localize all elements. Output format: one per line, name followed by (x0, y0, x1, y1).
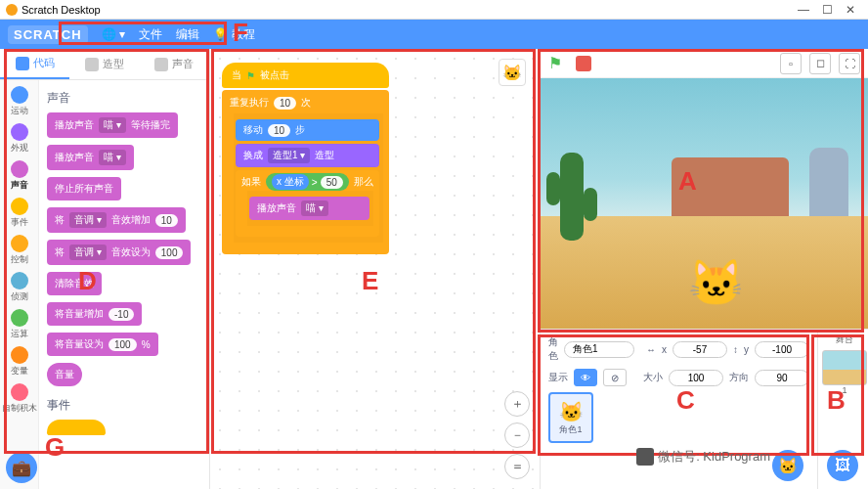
category-声音[interactable]: 声音 (11, 160, 28, 192)
sounds-icon (154, 58, 168, 71)
edit-menu[interactable]: 编辑 (176, 26, 199, 43)
zoom-controls: ＋ － ＝ (504, 391, 530, 479)
category-dot (11, 123, 28, 141)
block-clear-sound-effects[interactable]: 清除音效 (47, 272, 102, 295)
globe-icon: 🌐 ▾ (102, 27, 125, 41)
block-play-sound-until-done[interactable]: 播放声音喵 ▾等待播完 (47, 112, 178, 138)
window-title: Scratch Desktop (22, 4, 101, 16)
category-dot (11, 86, 28, 104)
sprite-name-input[interactable] (564, 341, 634, 358)
category-控制[interactable]: 控制 (11, 235, 28, 266)
close-button[interactable]: ✕ (839, 3, 862, 17)
block-event-hat[interactable] (47, 420, 106, 435)
stop-button[interactable] (576, 56, 591, 71)
costumes-icon (85, 58, 99, 71)
block-if[interactable]: 如果x 坐标>50那么 播放声音喵 ▾ (236, 170, 379, 237)
block-palette: 声音 播放声音喵 ▾等待播完 播放声音喵 ▾ 停止所有声音 将音调 ▾音效增加1… (39, 80, 209, 489)
stage-header: ⚑ ▫ ◻ ⛶ (541, 49, 868, 78)
category-变量[interactable]: 变量 (11, 346, 28, 378)
fullscreen-button[interactable]: ⛶ (839, 53, 860, 74)
green-flag-button[interactable]: ⚑ (548, 54, 568, 73)
tutorials-menu[interactable]: 💡 教程 (213, 26, 255, 43)
add-backdrop-button[interactable]: 🖼 (827, 450, 858, 481)
tab-code[interactable]: 代码 (0, 49, 69, 79)
code-icon (16, 57, 29, 70)
script-stack[interactable]: 当⚑被点击 重复执行10次 移动10步 换成造型1 ▾造型 如果x 坐标>50那… (222, 63, 389, 254)
script-workspace[interactable]: 🐱 当⚑被点击 重复执行10次 移动10步 换成造型1 ▾造型 如果x 坐标>5… (210, 49, 540, 489)
block-set-volume[interactable]: 将音量设为100% (47, 333, 158, 356)
category-运动[interactable]: 运动 (11, 86, 28, 117)
bool-gt[interactable]: x 坐标>50 (266, 173, 349, 191)
workspace-sprite-thumb: 🐱 (499, 59, 526, 86)
category-dot (11, 346, 28, 364)
zoom-in-button[interactable]: ＋ (504, 391, 530, 417)
block-play-sound[interactable]: 播放声音喵 ▾ (47, 145, 134, 170)
category-侦测[interactable]: 侦测 (11, 272, 28, 303)
backdrop-count: 1 (842, 385, 846, 395)
block-move-steps[interactable]: 移动10步 (236, 119, 379, 141)
block-volume-reporter[interactable]: 音量 (47, 363, 82, 386)
menubar: SCRATCH 🌐 ▾ 文件 编辑 💡 教程 (0, 20, 868, 49)
wechat-icon (636, 448, 654, 466)
size-label: 大小 (643, 371, 663, 384)
block-stop-all-sounds[interactable]: 停止所有声音 (47, 177, 121, 200)
show-label: 显示 (548, 371, 568, 384)
scratch-logo: SCRATCH (8, 25, 88, 44)
minimize-button[interactable]: — (792, 3, 815, 17)
hide-button[interactable]: ⊘ (603, 369, 627, 386)
category-dot (11, 160, 28, 178)
file-menu[interactable]: 文件 (139, 26, 162, 43)
zoom-out-button[interactable]: － (504, 422, 530, 448)
zoom-reset-button[interactable]: ＝ (504, 454, 530, 479)
stage-thumbnail[interactable] (822, 350, 867, 385)
show-button[interactable]: 👁 (574, 369, 597, 386)
category-dot (11, 383, 28, 401)
direction-label: 方向 (729, 371, 749, 384)
app-icon (6, 4, 18, 16)
backdrop-cactus (560, 153, 584, 241)
tab-sounds[interactable]: 声音 (140, 49, 209, 79)
sprite-y-input[interactable] (755, 341, 809, 358)
category-dot (11, 198, 28, 215)
category-事件[interactable]: 事件 (11, 198, 28, 229)
sprite-direction-input[interactable] (755, 370, 809, 386)
block-change-sound-effect[interactable]: 将音调 ▾音效增加10 (47, 207, 186, 233)
category-dot (11, 235, 28, 252)
watermark: 微信号: KidProgram (636, 448, 770, 466)
category-list: 运动外观声音事件控制侦测运算变量自制积木 (0, 80, 39, 489)
tab-costumes[interactable]: 造型 (69, 49, 139, 79)
block-when-flag-clicked[interactable]: 当⚑被点击 (222, 63, 389, 88)
block-set-sound-effect[interactable]: 将音调 ▾音效设为100 (47, 240, 191, 265)
flag-icon: ⚑ (246, 70, 255, 81)
add-sprite-button[interactable]: 🐱 (772, 450, 803, 481)
stage-small-button[interactable]: ▫ (780, 53, 802, 74)
sprite-size-input[interactable] (669, 370, 723, 386)
stage[interactable]: 🐱 (541, 78, 868, 329)
category-自制积木[interactable]: 自制积木 (2, 383, 37, 415)
block-play-sound-inner[interactable]: 播放声音喵 ▾ (249, 197, 369, 220)
editor-tabs: 代码 造型 声音 (0, 49, 209, 80)
block-switch-costume[interactable]: 换成造型1 ▾造型 (236, 144, 379, 167)
sprite-card-1[interactable]: 🐱 角色1 (548, 392, 593, 443)
category-dot (11, 309, 28, 327)
tutorials-label: 教程 (232, 26, 255, 43)
category-运算[interactable]: 运算 (11, 309, 28, 340)
category-dot (11, 272, 28, 289)
maximize-button[interactable]: ☐ (815, 3, 839, 17)
palette-section-events: 事件 (47, 397, 201, 414)
category-外观[interactable]: 外观 (11, 123, 28, 155)
sprite-name-label: 角色 (548, 335, 558, 363)
window-titlebar: Scratch Desktop — ☐ ✕ (0, 0, 868, 20)
block-change-volume[interactable]: 将音量增加-10 (47, 302, 142, 326)
stage-large-button[interactable]: ◻ (809, 53, 831, 74)
block-repeat[interactable]: 重复执行10次 移动10步 换成造型1 ▾造型 如果x 坐标>50那么 播放声音… (222, 90, 389, 254)
stage-label: 舞台 (836, 333, 853, 346)
sprite-cat[interactable]: 🐱 (688, 256, 744, 309)
backdrop-rock (809, 148, 848, 216)
language-menu[interactable]: 🌐 ▾ (102, 27, 125, 41)
backdrop-mesa (672, 157, 789, 216)
sprite-x-input[interactable] (673, 341, 727, 358)
sprite-list: 🐱 角色1 (548, 392, 809, 443)
backpack-button[interactable]: 💼 (6, 452, 37, 483)
stage-panel: ⚑ ▫ ◻ ⛶ 🐱 角色 ↔x ↕y (540, 49, 868, 489)
